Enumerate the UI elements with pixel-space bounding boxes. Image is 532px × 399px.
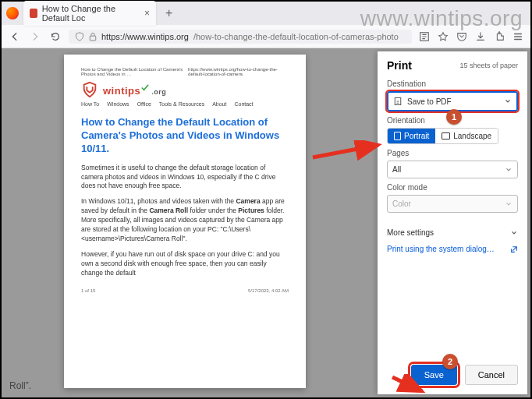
nav-item: Contact (234, 101, 253, 107)
chevron-down-icon (505, 200, 512, 208)
orientation-portrait[interactable]: Portrait (388, 129, 435, 143)
chevron-down-icon (504, 97, 512, 105)
lock-icon (89, 32, 97, 41)
preview-header-left: How to Change the Default Location of Ca… (81, 67, 188, 76)
url-host: https://www.wintips.org (101, 32, 189, 41)
pages-label: Pages (387, 149, 518, 157)
preview-header-right: https://www.wintips.org/how-to-change-th… (188, 67, 289, 76)
page-timestamp: 5/17/2023, 4:02 AM (248, 288, 289, 293)
reload-button[interactable] (48, 30, 62, 44)
pdf-icon (393, 97, 403, 106)
preview-footer: 1 of 15 5/17/2023, 4:02 AM (81, 288, 289, 293)
article-body: Sometimes it is useful to change the def… (81, 164, 289, 198)
article-p2: In Windows 10/11, photos and videos take… (81, 197, 289, 243)
colormode-select[interactable]: Color (387, 195, 518, 213)
step-badge: 1 (446, 109, 462, 125)
preview-header: How to Change the Default Location of Ca… (81, 67, 289, 76)
step-badge: 2 (442, 354, 458, 369)
firefox-icon (6, 7, 19, 19)
page-counter: 1 of 15 (81, 288, 95, 293)
extension-icon[interactable] (493, 30, 505, 43)
forward-button (28, 30, 42, 44)
svg-rect-0 (90, 36, 96, 41)
colormode-value: Color (392, 200, 411, 208)
download-icon[interactable] (474, 30, 487, 43)
print-title: Print (387, 59, 412, 72)
nav-item: About (212, 101, 226, 107)
content-area: How to Change the Default Location of Ca… (2, 48, 530, 397)
site-favicon (30, 9, 37, 18)
browser-toolbar: https://www.wintips.org/how-to-change-th… (2, 25, 530, 48)
print-preview-page: How to Change the Default Location of Ca… (64, 55, 306, 388)
system-dialog-link[interactable]: Print using the system dialog… (378, 242, 527, 258)
destination-label: Destination (387, 79, 518, 88)
close-icon[interactable]: × (144, 8, 150, 19)
nav-item: Office (137, 101, 151, 107)
tab-title: How to Change the Default Loc (42, 4, 140, 23)
shield-icon (75, 32, 84, 41)
external-link-icon (510, 245, 518, 253)
back-button[interactable] (8, 30, 22, 44)
cancel-button[interactable]: Cancel (465, 365, 518, 385)
site-logo: wintips.org (81, 81, 289, 98)
bookmark-icon[interactable] (437, 30, 449, 43)
print-dialog: Print 15 sheets of paper Destination Sav… (378, 51, 527, 394)
browser-tab-strip: How to Change the Default Loc × + (2, 2, 530, 25)
screenshot-frame: How to Change the Default Loc × + https:… (0, 0, 532, 399)
logo-shield-icon (81, 81, 98, 98)
new-tab-button[interactable]: + (161, 6, 177, 20)
chevron-down-icon (505, 166, 512, 174)
colormode-label: Color mode (387, 183, 518, 192)
article-body-lower: In Windows 10/11, photos and videos take… (81, 197, 289, 284)
menu-icon[interactable] (512, 30, 524, 43)
article-intro: Sometimes it is useful to change the def… (81, 164, 289, 192)
logo-text: wintips.org (103, 83, 166, 97)
pages-value: All (392, 165, 401, 174)
orientation-toggle: Portrait Landscape (387, 128, 498, 144)
pocket-icon[interactable] (456, 30, 468, 43)
destination-value: Save to PDF (407, 97, 452, 106)
more-settings-toggle[interactable]: More settings (378, 224, 527, 242)
reader-icon[interactable] (418, 30, 431, 43)
nav-item: Windows (107, 101, 129, 107)
site-nav: How To Windows Office Tools & Resources … (81, 101, 289, 107)
orientation-landscape[interactable]: Landscape (435, 129, 498, 143)
nav-item: How To (81, 101, 99, 107)
chevron-down-icon (510, 229, 518, 237)
url-bar[interactable]: https://www.wintips.org/how-to-change-th… (69, 30, 412, 44)
browser-tab[interactable]: How to Change the Default Loc × (23, 1, 156, 26)
sheet-count: 15 sheets of paper (459, 62, 518, 69)
url-path: /how-to-change-the-default-location-of-c… (193, 32, 399, 41)
nav-item: Tools & Resources (159, 101, 204, 107)
article-title: How to Change the Default Location of Ca… (81, 116, 289, 156)
pages-select[interactable]: All (387, 161, 518, 178)
checkmark-icon (140, 83, 150, 93)
article-p3: However, if you have run out of disk spa… (81, 250, 289, 278)
